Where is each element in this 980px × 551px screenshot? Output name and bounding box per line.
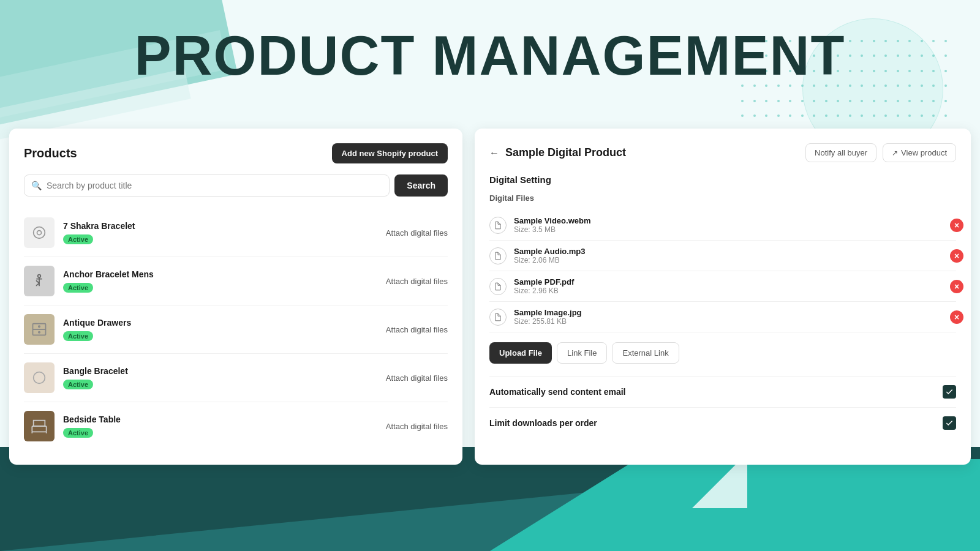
files-list: Sample Video.webm Size: 3.5 MB × Sample … xyxy=(489,210,956,332)
file-details: Sample Video.webm Size: 3.5 MB xyxy=(514,216,956,234)
back-button[interactable]: ← xyxy=(489,148,499,159)
product-item: Bedside Table Active Attach digital file… xyxy=(24,402,448,450)
file-item: Sample Audio.mp3 Size: 2.06 MB × xyxy=(489,241,956,271)
product-name: Bedside Table xyxy=(63,414,386,424)
file-delete-button[interactable]: × xyxy=(950,249,963,263)
file-item: Sample Image.jpg Size: 255.81 KB × xyxy=(489,302,956,332)
product-name: Anchor Bracelet Mens xyxy=(63,269,386,279)
link-file-button[interactable]: Link File xyxy=(557,342,607,364)
product-item: Anchor Bracelet Mens Active Attach digit… xyxy=(24,257,448,305)
product-status-badge: Active xyxy=(63,234,93,244)
upload-file-button[interactable]: Upload File xyxy=(489,342,552,364)
svg-point-6 xyxy=(39,326,40,327)
file-delete-button[interactable]: × xyxy=(950,280,963,293)
file-name: Sample Audio.mp3 xyxy=(514,247,956,256)
file-name: Sample Image.jpg xyxy=(514,308,956,317)
product-info: 7 Shakra Bracelet Active xyxy=(63,221,386,244)
products-header: Products Add new Shopify product xyxy=(24,143,448,163)
product-info: Bangle Bracelet Active xyxy=(63,366,386,389)
file-icon xyxy=(489,247,507,264)
product-info: Antique Drawers Active xyxy=(63,318,386,341)
svg-rect-9 xyxy=(32,426,46,432)
digital-header: ← Sample Digital Product Notify all buye… xyxy=(489,143,956,162)
digital-panel: ← Sample Digital Product Notify all buye… xyxy=(475,129,971,465)
file-delete-button[interactable]: × xyxy=(950,219,963,232)
file-details: Sample PDF.pdf Size: 2.96 KB xyxy=(514,277,956,295)
product-status-badge: Active xyxy=(63,380,93,389)
file-size: Size: 2.06 MB xyxy=(514,256,956,264)
view-product-button[interactable]: ↗ View product xyxy=(883,143,956,162)
attach-files-link[interactable]: Attach digital files xyxy=(386,228,448,238)
product-item: Antique Drawers Active Attach digital fi… xyxy=(24,305,448,354)
product-name: 7 Shakra Bracelet xyxy=(63,221,386,231)
product-item: Bangle Bracelet Active Attach digital fi… xyxy=(24,354,448,402)
svg-point-2 xyxy=(38,275,41,278)
external-link-button[interactable]: External Link xyxy=(612,342,679,364)
search-icon: 🔍 xyxy=(31,181,42,190)
file-icon xyxy=(489,278,507,295)
product-list: 7 Shakra Bracelet Active Attach digital … xyxy=(24,209,448,450)
file-icon xyxy=(489,217,507,234)
search-input[interactable] xyxy=(24,174,390,197)
file-size: Size: 3.5 MB xyxy=(514,225,956,234)
product-info: Anchor Bracelet Mens Active xyxy=(63,269,386,293)
search-button[interactable]: Search xyxy=(394,174,448,197)
svg-point-7 xyxy=(39,332,40,333)
panels-container: Products Add new Shopify product 🔍 Searc… xyxy=(9,129,971,465)
attach-files-link[interactable]: Attach digital files xyxy=(386,373,448,383)
file-delete-button[interactable]: × xyxy=(950,310,963,324)
setting-label: Limit downloads per order xyxy=(489,418,597,428)
action-buttons: Upload File Link File External Link xyxy=(489,342,956,364)
notify-all-buyers-button[interactable]: Notify all buyer xyxy=(805,143,876,162)
svg-point-8 xyxy=(34,372,45,384)
svg-point-0 xyxy=(34,227,45,239)
product-name: Bangle Bracelet xyxy=(63,366,386,376)
file-name: Sample Video.webm xyxy=(514,216,956,225)
digital-files-section-title: Digital Files xyxy=(489,193,956,203)
product-thumbnail xyxy=(24,314,55,345)
file-details: Sample Image.jpg Size: 255.81 KB xyxy=(514,308,956,326)
digital-setting-section-title: Digital Setting xyxy=(489,174,956,185)
svg-rect-10 xyxy=(34,421,45,426)
attach-files-link[interactable]: Attach digital files xyxy=(386,422,448,431)
product-thumbnail xyxy=(24,362,55,393)
file-item: Sample Video.webm Size: 3.5 MB × xyxy=(489,210,956,241)
file-size: Size: 2.96 KB xyxy=(514,287,956,295)
product-status-badge: Active xyxy=(63,428,93,438)
setting-row: Automatically send content email xyxy=(489,376,956,407)
products-panel-title: Products xyxy=(24,146,77,160)
setting-checkbox[interactable] xyxy=(943,385,956,399)
digital-header-left: ← Sample Digital Product xyxy=(489,146,626,159)
product-thumbnail xyxy=(24,217,55,248)
page-title: PRODUCT MANAGEMENT xyxy=(135,24,846,88)
product-thumbnail xyxy=(24,411,55,441)
search-container: 🔍 Search xyxy=(24,174,448,197)
file-details: Sample Audio.mp3 Size: 2.06 MB xyxy=(514,247,956,264)
settings-list: Automatically send content email Limit d… xyxy=(489,376,956,438)
product-status-badge: Active xyxy=(63,283,93,293)
search-input-wrapper: 🔍 xyxy=(24,174,390,197)
digital-panel-title: Sample Digital Product xyxy=(505,146,626,159)
products-panel: Products Add new Shopify product 🔍 Searc… xyxy=(9,129,462,465)
file-item: Sample PDF.pdf Size: 2.96 KB × xyxy=(489,271,956,302)
product-name: Antique Drawers xyxy=(63,318,386,328)
svg-point-1 xyxy=(37,231,42,235)
setting-row: Limit downloads per order xyxy=(489,407,956,438)
external-link-icon: ↗ xyxy=(892,149,898,157)
file-icon xyxy=(489,309,507,326)
digital-header-right: Notify all buyer ↗ View product xyxy=(805,143,956,162)
product-item: 7 Shakra Bracelet Active Attach digital … xyxy=(24,209,448,257)
attach-files-link[interactable]: Attach digital files xyxy=(386,277,448,286)
file-size: Size: 255.81 KB xyxy=(514,317,956,326)
product-thumbnail xyxy=(24,266,55,296)
setting-checkbox[interactable] xyxy=(943,416,956,430)
product-info: Bedside Table Active xyxy=(63,414,386,438)
file-name: Sample PDF.pdf xyxy=(514,277,956,287)
attach-files-link[interactable]: Attach digital files xyxy=(386,325,448,334)
product-status-badge: Active xyxy=(63,331,93,341)
add-product-button[interactable]: Add new Shopify product xyxy=(332,143,448,163)
setting-label: Automatically send content email xyxy=(489,387,626,397)
